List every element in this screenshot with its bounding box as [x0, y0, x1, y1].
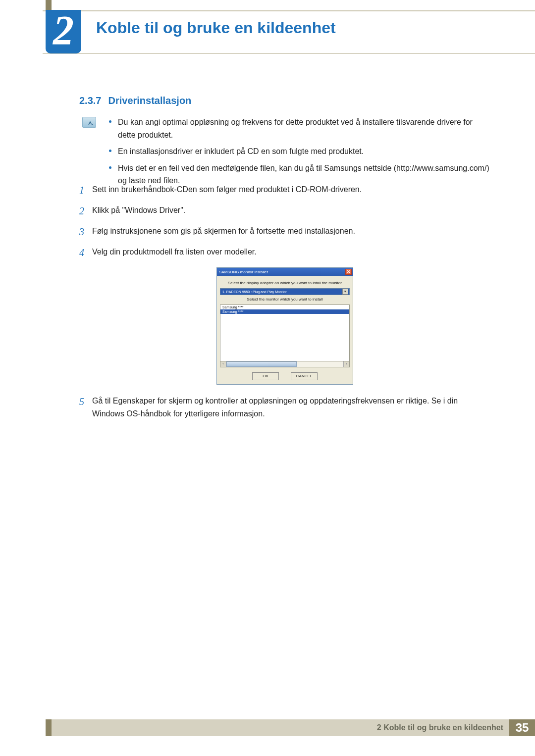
dialog-adapter-label: Select the display adapter on which you … [220, 281, 350, 285]
step-text: Følg instruksjonene som gis på skjermen … [92, 224, 490, 238]
scrollbar-track[interactable] [226, 361, 343, 367]
page-number: 35 [509, 719, 535, 736]
monitor-list-item[interactable]: Samsung **** [220, 304, 350, 309]
ok-button[interactable]: OK [252, 372, 279, 380]
scrollbar-thumb[interactable] [226, 361, 297, 367]
step-item: 3 Følg instruksjonene som gis på skjerme… [79, 224, 490, 240]
dialog-title: SAMSUNG monitor installer [219, 270, 268, 274]
step-item: 2 Klikk på "Windows Driver". [79, 203, 490, 219]
step-number: 2 [79, 203, 92, 219]
chevron-down-icon[interactable]: ▾ [342, 289, 348, 295]
step-text: Sett inn brukerhåndbok-CDen som følger m… [92, 182, 490, 196]
header-accent-stripe [46, 0, 52, 10]
step-number: 1 [79, 182, 92, 198]
header-rule-top [43, 10, 535, 11]
installer-dialog-figure: SAMSUNG monitor installer ✕ Select the d… [216, 267, 353, 385]
chapter-number-box: 2 [46, 10, 81, 53]
dialog-titlebar: SAMSUNG monitor installer ✕ [217, 268, 353, 276]
step-number: 3 [79, 224, 92, 240]
step-number: 5 [79, 394, 92, 409]
cancel-button[interactable]: CANCEL [291, 372, 318, 380]
monitor-list-item-selected[interactable]: Samsung **** [220, 309, 350, 314]
horizontal-scrollbar[interactable]: ‹ › [220, 361, 350, 367]
footer-bar: 2 Koble til og bruke en kildeenhet 35 [47, 719, 535, 736]
notes-list: Du kan angi optimal oppløsning og frekve… [109, 116, 490, 191]
step-number: 4 [79, 245, 92, 260]
header-rule-bottom [43, 53, 535, 54]
monitor-list-body[interactable] [220, 314, 350, 361]
footer-text: 2 Koble til og bruke en kildeenhet [377, 723, 503, 732]
chapter-title: Koble til og bruke en kildeenhet [96, 19, 336, 37]
steps-list: 1 Sett inn brukerhåndbok-CDen som følger… [79, 182, 490, 425]
step-item: 1 Sett inn brukerhåndbok-CDen som følger… [79, 182, 490, 198]
section-number: 2.3.7 [79, 95, 101, 106]
step-text: Velg din produktmodell fra listen over m… [92, 245, 490, 258]
note-icon [82, 117, 96, 128]
scroll-left-icon[interactable]: ‹ [220, 361, 226, 367]
note-item: En installasjonsdriver er inkludert på C… [109, 145, 490, 158]
adapter-combobox[interactable]: 1. RADEON 9550 : Plug and Play Monitor ▾ [220, 288, 350, 295]
dialog-monitor-label: Select the monitor which you want to ins… [220, 297, 350, 302]
step-text: Klikk på "Windows Driver". [92, 203, 490, 217]
footer-accent-stripe [46, 719, 52, 736]
step-text: Gå til Egenskaper for skjerm og kontroll… [92, 394, 490, 420]
section-heading: 2.3.7Driverinstallasjon [79, 95, 191, 106]
step-item: 4 Velg din produktmodell fra listen over… [79, 245, 490, 260]
combobox-value: 1. RADEON 9550 : Plug and Play Monitor [222, 290, 287, 294]
section-title: Driverinstallasjon [108, 95, 191, 106]
step-item: 5 Gå til Egenskaper for skjerm og kontro… [79, 394, 490, 420]
scroll-right-icon[interactable]: › [343, 361, 349, 367]
close-icon[interactable]: ✕ [345, 269, 352, 275]
note-item: Du kan angi optimal oppløsning og frekve… [109, 116, 490, 141]
